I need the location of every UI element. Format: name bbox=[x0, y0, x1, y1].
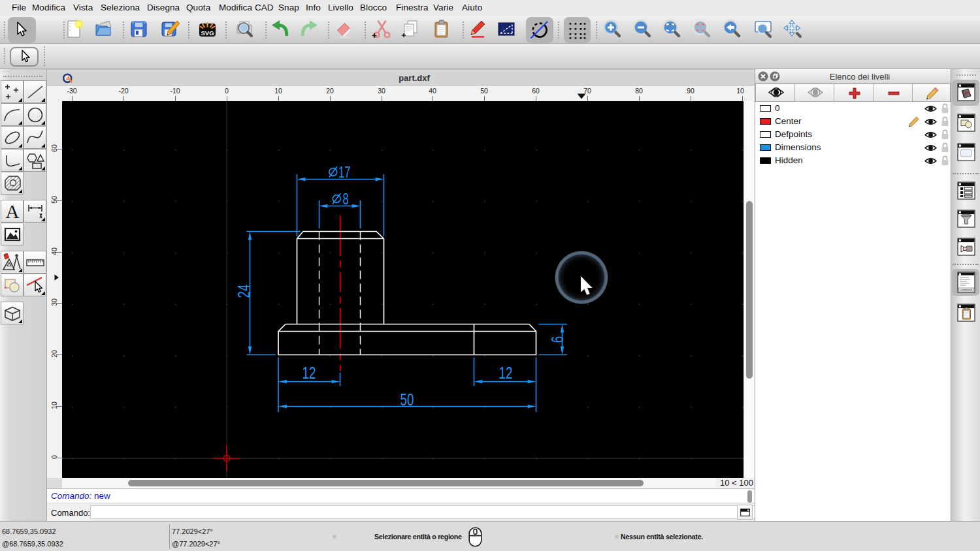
svg-text:A: A bbox=[6, 201, 20, 222]
svg-text:6: 6 bbox=[547, 336, 566, 343]
svg-text:8: 8 bbox=[343, 191, 349, 207]
svg-text:command: command bbox=[960, 288, 972, 291]
svg-text:24: 24 bbox=[233, 285, 253, 298]
svg-text:50: 50 bbox=[400, 389, 414, 409]
svg-text:12: 12 bbox=[499, 363, 513, 383]
svg-text:17: 17 bbox=[338, 164, 350, 180]
svg-text:12: 12 bbox=[302, 363, 316, 383]
svg-text:SVG: SVG bbox=[201, 29, 214, 37]
